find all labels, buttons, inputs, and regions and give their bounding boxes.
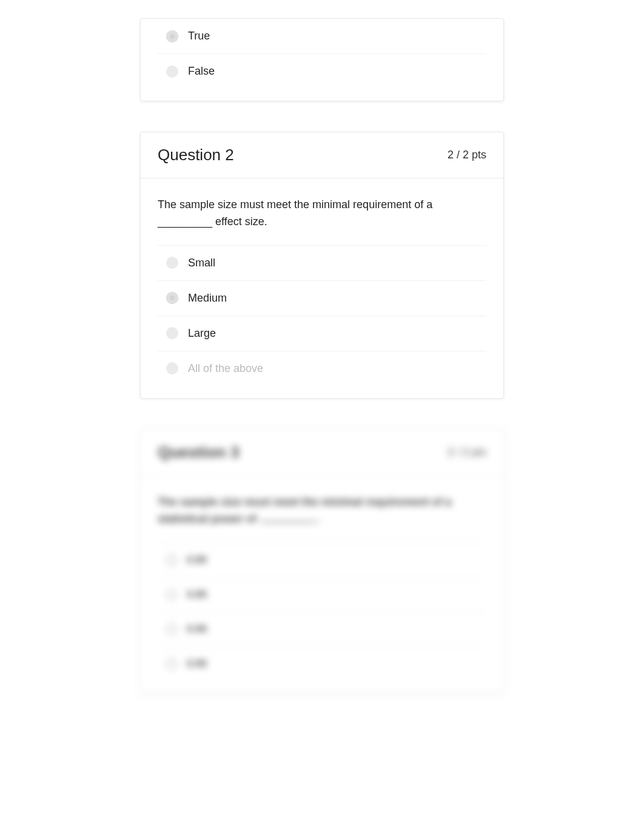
answer-label: All of the above — [188, 362, 263, 375]
radio-icon — [166, 589, 177, 600]
answer-row: 0.95 — [158, 646, 486, 681]
radio-icon — [166, 555, 177, 566]
answer-label: 0.95 — [187, 658, 207, 670]
answer-row: 0.90 — [158, 612, 486, 646]
answer-label: 0.90 — [187, 623, 207, 635]
question-text: The sample size must meet the minimal re… — [158, 197, 486, 231]
question-header: Question 3 2 / 2 pts — [141, 430, 503, 476]
question-header: Question 2 2 / 2 pts — [141, 132, 503, 178]
answer-label: 0.80 — [187, 554, 207, 566]
question-text: The sample size must meet the minimal re… — [158, 494, 486, 528]
question-card-1-partial: True False — [140, 18, 504, 101]
radio-icon — [166, 66, 178, 78]
question-points: 2 / 2 pts — [448, 149, 486, 161]
answer-row[interactable]: False — [158, 53, 486, 89]
answer-row: 0.80 — [158, 543, 486, 577]
radio-icon — [166, 292, 178, 304]
answer-label: Small — [188, 257, 215, 269]
radio-icon — [166, 30, 178, 42]
radio-icon — [166, 327, 178, 339]
answer-row[interactable]: All of the above — [158, 351, 486, 386]
radio-icon — [166, 624, 177, 635]
question-text-prefix: The sample size must meet the minimal re… — [158, 496, 451, 525]
answer-row[interactable]: True — [158, 19, 486, 53]
answer-label: True — [188, 30, 210, 42]
answer-row: 0.85 — [158, 577, 486, 612]
answer-row[interactable]: Medium — [158, 280, 486, 316]
answer-label: Large — [188, 327, 216, 340]
answer-row[interactable]: Large — [158, 316, 486, 351]
answer-label: Medium — [188, 292, 227, 305]
question-title: Question 2 — [158, 146, 234, 164]
answer-row[interactable]: Small — [158, 245, 486, 280]
question-card-3-locked: Question 3 2 / 2 pts The sample size mus… — [140, 429, 504, 694]
question-points: 2 / 2 pts — [448, 446, 486, 459]
radio-icon — [166, 658, 177, 669]
answer-label: False — [188, 65, 215, 78]
blank-underline — [261, 521, 315, 522]
radio-icon — [166, 362, 178, 374]
question-card-2: Question 2 2 / 2 pts The sample size mus… — [140, 132, 504, 399]
question-title: Question 3 — [158, 443, 239, 462]
radio-icon — [166, 257, 178, 269]
answer-label: 0.85 — [187, 589, 207, 601]
